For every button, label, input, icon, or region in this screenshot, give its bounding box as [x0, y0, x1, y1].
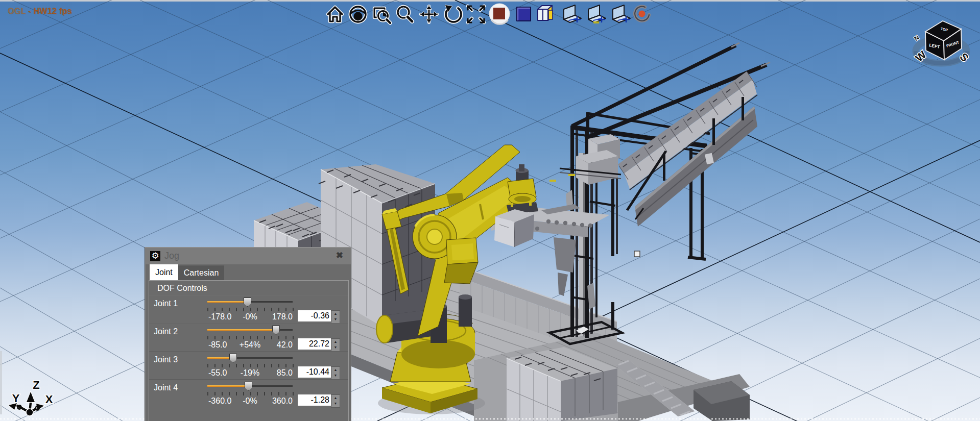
svg-text:X: X: [45, 393, 53, 406]
svg-text:Y: Y: [12, 392, 20, 405]
svg-text:Z: Z: [33, 379, 39, 391]
